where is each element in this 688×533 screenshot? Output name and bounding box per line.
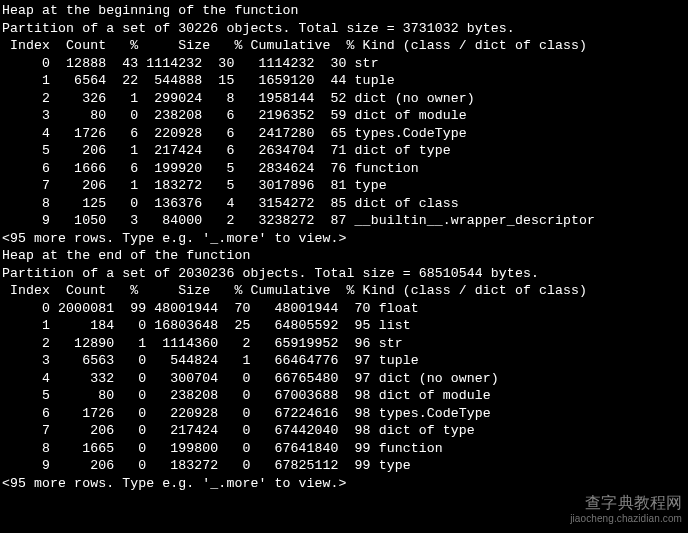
terminal-output: Heap at the beginning of the function Pa…	[0, 0, 688, 533]
heap-header-end: Heap at the end of the function	[2, 247, 688, 265]
watermark-url: jiaocheng.chazidian.com	[570, 510, 682, 528]
table-row: 7 206 0 217424 0 67442040 98 dict of typ…	[2, 422, 688, 440]
table-row: 9 1050 3 84000 2 3238272 87 __builtin__.…	[2, 212, 688, 230]
column-header-2: Index Count % Size % Cumulative % Kind (…	[2, 282, 688, 300]
table-row: 6 1726 0 220928 0 67224616 98 types.Code…	[2, 405, 688, 423]
table-row: 3 6563 0 544824 1 66464776 97 tuple	[2, 352, 688, 370]
table-row: 6 1666 6 199920 5 2834624 76 function	[2, 160, 688, 178]
table-row: 2 326 1 299024 8 1958144 52 dict (no own…	[2, 90, 688, 108]
partition-line-end: Partition of a set of 2030236 objects. T…	[2, 265, 688, 283]
table-row: 8 125 0 136376 4 3154272 85 dict of clas…	[2, 195, 688, 213]
table-row: 7 206 1 183272 5 3017896 81 type	[2, 177, 688, 195]
table-row: 5 80 0 238208 0 67003688 98 dict of modu…	[2, 387, 688, 405]
partition-line-begin: Partition of a set of 30226 objects. Tot…	[2, 20, 688, 38]
table-row: 5 206 1 217424 6 2634704 71 dict of type	[2, 142, 688, 160]
table-row: 3 80 0 238208 6 2196352 59 dict of modul…	[2, 107, 688, 125]
table-row: 4 332 0 300704 0 66765480 97 dict (no ow…	[2, 370, 688, 388]
table-row: 2 12890 1 1114360 2 65919952 96 str	[2, 335, 688, 353]
table-row: 0 2000081 99 48001944 70 48001944 70 flo…	[2, 300, 688, 318]
table-row: 4 1726 6 220928 6 2417280 65 types.CodeT…	[2, 125, 688, 143]
table-row: 8 1665 0 199800 0 67641840 99 function	[2, 440, 688, 458]
table-row: 0 12888 43 1114232 30 1114232 30 str	[2, 55, 688, 73]
heap-header-begin: Heap at the beginning of the function	[2, 2, 688, 20]
more-rows-2: <95 more rows. Type e.g. '_.more' to vie…	[2, 475, 688, 493]
column-header-1: Index Count % Size % Cumulative % Kind (…	[2, 37, 688, 55]
watermark-text: 查字典教程网	[585, 494, 682, 512]
more-rows-1: <95 more rows. Type e.g. '_.more' to vie…	[2, 230, 688, 248]
table-row: 1 6564 22 544888 15 1659120 44 tuple	[2, 72, 688, 90]
heap-table-end: 0 2000081 99 48001944 70 48001944 70 flo…	[2, 300, 688, 475]
heap-table-begin: 0 12888 43 1114232 30 1114232 30 str 1 6…	[2, 55, 688, 230]
table-row: 9 206 0 183272 0 67825112 99 type	[2, 457, 688, 475]
table-row: 1 184 0 16803648 25 64805592 95 list	[2, 317, 688, 335]
